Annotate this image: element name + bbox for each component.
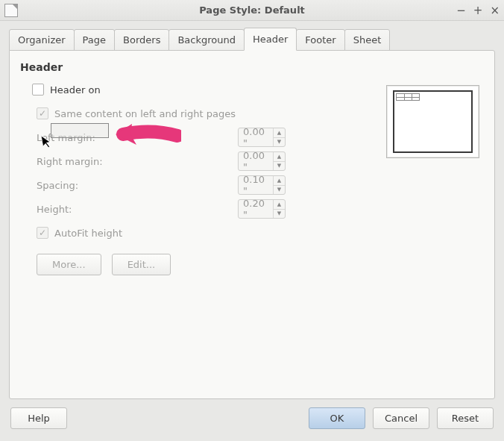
titlebar: Page Style: Default − + × [0, 0, 504, 21]
right-margin-stepper: 0.00 " ▲▼ [238, 151, 286, 171]
label-same-content: Same content on left and right pages [54, 108, 256, 119]
tab-header[interactable]: Header [244, 28, 297, 51]
tab-sheet[interactable]: Sheet [344, 29, 391, 51]
height-stepper: 0.20 " ▲▼ [238, 199, 286, 219]
right-margin-value: 0.00 " [239, 152, 273, 170]
label-header-on: Header on [50, 84, 251, 96]
checkbox-header-on[interactable] [32, 84, 44, 96]
left-margin-stepper: 0.00 " ▲▼ [238, 128, 286, 147]
chevron-down-icon: ▼ [274, 161, 285, 171]
left-margin-value: 0.00 " [239, 128, 273, 146]
checkmark-icon: ✓ [39, 109, 46, 118]
chevron-up-icon: ▲ [274, 200, 285, 209]
section-title: Header [20, 61, 485, 73]
chevron-down-icon: ▼ [274, 209, 285, 219]
label-autofit: AutoFit height [54, 228, 256, 239]
edit-button: Edit... [112, 254, 171, 275]
checkbox-autofit: ✓ [37, 227, 48, 239]
chevron-down-icon: ▼ [274, 185, 285, 195]
tabs: Organizer Page Borders Background Header… [0, 21, 504, 51]
maximize-icon[interactable]: + [473, 4, 483, 17]
chevron-up-icon: ▲ [274, 176, 285, 185]
height-value: 0.20 " [239, 200, 273, 218]
checkbox-same-content: ✓ [37, 107, 48, 119]
reset-button[interactable]: Reset [437, 407, 494, 429]
checkmark-icon: ✓ [39, 228, 46, 237]
tab-page[interactable]: Page [74, 29, 115, 51]
help-button[interactable]: Help [10, 407, 67, 429]
label-right-margin: Right margin: [37, 156, 238, 167]
label-left-margin: Left margin: [37, 132, 238, 143]
spacing-value: 0.10 " [239, 176, 273, 194]
tab-footer[interactable]: Footer [296, 29, 344, 51]
chevron-up-icon: ▲ [274, 152, 285, 161]
close-icon[interactable]: × [490, 4, 500, 17]
label-height: Height: [37, 204, 238, 215]
page-preview [386, 85, 479, 158]
window-title: Page Style: Default [0, 4, 504, 16]
tab-borders[interactable]: Borders [114, 29, 169, 51]
label-spacing: Spacing: [37, 180, 238, 191]
cancel-button[interactable]: Cancel [373, 407, 429, 429]
minimize-icon[interactable]: − [456, 4, 466, 17]
chevron-down-icon: ▼ [274, 137, 285, 147]
app-icon [4, 4, 18, 17]
ok-button[interactable]: OK [309, 407, 365, 429]
panel-header: Header Header on ✓ Same content on left … [9, 50, 495, 399]
tab-background[interactable]: Background [168, 29, 245, 51]
more-button: More... [37, 254, 101, 275]
chevron-up-icon: ▲ [274, 128, 285, 137]
dialog-footer: Help OK Cancel Reset [0, 407, 504, 429]
spacing-stepper: 0.10 " ▲▼ [238, 175, 286, 195]
tab-organizer[interactable]: Organizer [9, 29, 75, 51]
